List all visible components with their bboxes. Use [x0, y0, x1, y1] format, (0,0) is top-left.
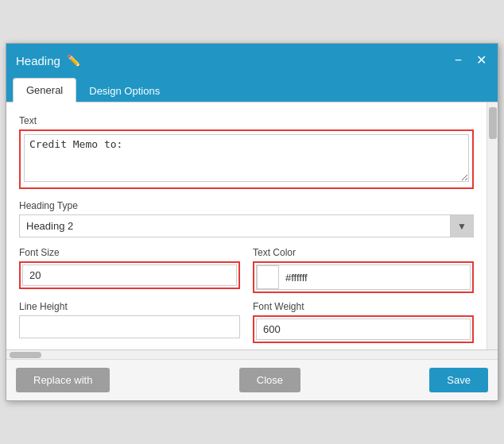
text-color-input[interactable]: [279, 268, 470, 288]
form-content: Text Credit Memo to: Heading Type Headin…: [6, 102, 487, 349]
text-color-col: Text Color: [253, 247, 474, 293]
tab-bar: General Design Options: [6, 77, 498, 102]
color-swatch[interactable]: [257, 265, 279, 289]
line-height-input[interactable]: [19, 315, 240, 338]
close-button[interactable]: ✕: [475, 54, 488, 67]
replace-with-button[interactable]: Replace with: [16, 368, 110, 392]
font-weight-col: Font Weight: [253, 301, 474, 343]
heading-type-label: Heading Type: [19, 200, 474, 211]
tab-design-options[interactable]: Design Options: [76, 79, 173, 102]
title-bar: Heading ✏️ − ✕: [6, 44, 498, 77]
font-weight-highlight: [253, 315, 474, 343]
close-button-footer[interactable]: Close: [239, 368, 300, 392]
font-weight-label: Font Weight: [253, 301, 474, 312]
row-font-size-color: Font Size 20 Text Color: [19, 247, 474, 293]
line-height-label: Line Height: [19, 301, 240, 312]
save-button[interactable]: Save: [429, 368, 488, 392]
font-size-input[interactable]: 20: [22, 264, 237, 286]
font-size-col: Font Size 20: [19, 247, 240, 293]
font-size-highlight: 20: [19, 261, 240, 289]
text-color-label: Text Color: [253, 247, 474, 258]
title-bar-right: − ✕: [453, 54, 488, 67]
text-input[interactable]: Credit Memo to:: [24, 134, 469, 182]
content-area: Text Credit Memo to: Heading Type Headin…: [6, 102, 498, 349]
pencil-icon: ✏️: [67, 54, 80, 67]
minimize-button[interactable]: −: [453, 54, 463, 67]
heading-type-wrapper: Heading 1 Heading 2 Heading 3 Heading 4 …: [19, 214, 474, 237]
text-color-highlight: [253, 261, 474, 293]
footer: Replace with Close Save: [6, 359, 498, 400]
color-input-row: [256, 264, 471, 290]
heading-type-select[interactable]: Heading 1 Heading 2 Heading 3 Heading 4 …: [19, 214, 474, 237]
scrollbar-vertical[interactable]: [487, 102, 498, 349]
line-height-col: Line Height: [19, 301, 240, 343]
row-line-height-font-weight: Line Height Font Weight: [19, 301, 474, 343]
scroll-thumb-horiz[interactable]: [10, 352, 41, 358]
title-bar-left: Heading ✏️: [16, 54, 80, 68]
text-highlight-box: Credit Memo to:: [19, 129, 474, 189]
font-size-label: Font Size: [19, 247, 240, 258]
font-weight-input[interactable]: [256, 319, 471, 340]
dialog-window: Heading ✏️ − ✕ General Design Options Te…: [6, 43, 498, 401]
scroll-thumb[interactable]: [489, 107, 497, 139]
tab-general[interactable]: General: [13, 78, 76, 102]
window-title: Heading: [16, 54, 60, 68]
scrollbar-horizontal[interactable]: [6, 349, 498, 359]
text-label: Text: [19, 115, 474, 126]
